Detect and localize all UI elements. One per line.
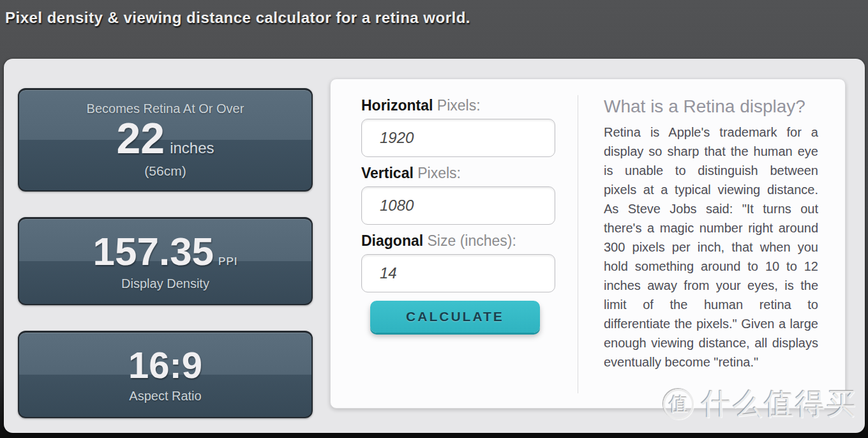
display-density-value-row: 157.35 PPI xyxy=(93,232,237,271)
display-density-value: 157.35 xyxy=(93,232,214,271)
page-header: Pixel density & viewing distance calcula… xyxy=(0,0,868,59)
diagonal-size-label-rest: Size (inches): xyxy=(423,232,516,249)
aspect-ratio-value-row: 16:9 xyxy=(128,347,202,384)
retina-distance-panel: Becomes Retina At Or Over 22 inches (56c… xyxy=(18,88,313,192)
display-density-unit: PPI xyxy=(218,255,237,268)
retina-distance-value: 22 xyxy=(116,116,165,160)
aspect-ratio-label: Aspect Ratio xyxy=(129,389,201,404)
horizontal-pixels-input[interactable] xyxy=(361,119,555,157)
card-divider xyxy=(578,95,578,393)
retina-info-body: Retina is Apple's trademark for a displa… xyxy=(604,123,818,372)
diagonal-size-label-strong: Diagonal xyxy=(361,232,423,249)
retina-info-heading: What is a Retina display? xyxy=(604,96,818,117)
retina-distance-metric: (56cm) xyxy=(144,163,186,179)
diagonal-size-label: Diagonal Size (inches): xyxy=(361,232,560,250)
retina-distance-label: Becomes Retina At Or Over xyxy=(87,102,244,116)
retina-distance-value-row: 22 inches xyxy=(116,116,214,160)
horizontal-pixels-label: Horizontal Pixels: xyxy=(361,96,560,114)
vertical-pixels-input[interactable] xyxy=(361,186,555,225)
calculator-card: Horizontal Pixels: Vertical Pixels: Diag… xyxy=(330,79,846,409)
calculate-button[interactable]: CALCULATE xyxy=(370,301,540,333)
horizontal-pixels-label-rest: Pixels: xyxy=(433,97,480,114)
retina-info-column: What is a Retina display? Retina is Appl… xyxy=(604,96,818,372)
diagonal-size-input[interactable] xyxy=(361,254,555,292)
aspect-ratio-value: 16:9 xyxy=(128,347,202,384)
page-title: Pixel density & viewing distance calcula… xyxy=(0,0,868,27)
main-content-panel: Becomes Retina At Or Over 22 inches (56c… xyxy=(4,59,865,433)
results-column: Becomes Retina At Or Over 22 inches (56c… xyxy=(18,88,313,418)
vertical-pixels-label-strong: Vertical xyxy=(361,165,414,181)
horizontal-pixels-label-strong: Horizontal xyxy=(361,97,433,114)
vertical-pixels-label-rest: Pixels: xyxy=(414,165,461,181)
vertical-pixels-label: Vertical Pixels: xyxy=(361,164,560,182)
display-density-panel: 157.35 PPI Display Density xyxy=(18,217,313,305)
calculator-form: Horizontal Pixels: Vertical Pixels: Diag… xyxy=(361,96,560,333)
display-density-label: Display Density xyxy=(121,276,209,291)
aspect-ratio-panel: 16:9 Aspect Ratio xyxy=(18,331,313,418)
retina-distance-unit: inches xyxy=(170,139,214,157)
